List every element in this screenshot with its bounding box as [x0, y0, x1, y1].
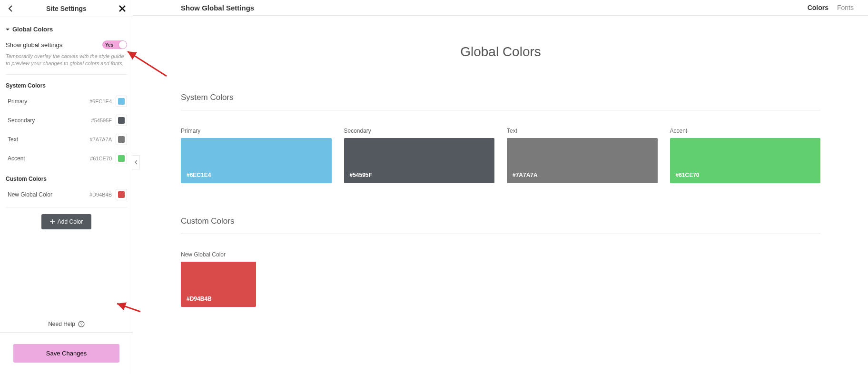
- page-title: Global Colors: [181, 44, 820, 59]
- add-color-label: Add Color: [58, 218, 83, 225]
- sidebar-header: Site Settings: [0, 0, 133, 17]
- color-row-primary: Primary #6EC1E4: [6, 92, 127, 111]
- card-label: Secondary: [344, 128, 495, 134]
- color-name: Secondary: [6, 117, 35, 124]
- need-help-label: Need Help: [48, 321, 75, 327]
- custom-colors-heading: Custom Colors: [6, 176, 127, 182]
- sidebar: Site Settings Global Colors Show global …: [0, 0, 133, 374]
- section-toggle-global-colors[interactable]: Global Colors: [6, 22, 127, 37]
- card-swatch: #54595F: [344, 138, 495, 183]
- color-hex-text: #D94B4B: [89, 192, 112, 197]
- card-label: New Global Color: [181, 251, 256, 258]
- card-label: Text: [507, 128, 658, 134]
- main: Show Global Settings Colors Fonts Global…: [133, 0, 868, 374]
- color-hex-text: #61CE70: [90, 156, 112, 161]
- color-swatch-text[interactable]: [116, 134, 127, 145]
- color-card-accent: Accent #61CE70: [670, 128, 821, 183]
- caret-down-icon: [6, 28, 10, 31]
- tab-colors[interactable]: Colors: [808, 4, 829, 11]
- card-label: Accent: [670, 128, 821, 134]
- canvas: Global Colors System Colors Primary #6EC…: [133, 16, 868, 307]
- color-hex-text: #54595F: [91, 118, 112, 123]
- card-hex: #54595F: [350, 172, 372, 178]
- color-swatch-new-global[interactable]: [116, 189, 127, 200]
- color-name: Text: [6, 136, 18, 143]
- color-name: Primary: [6, 98, 27, 105]
- tabs: Colors Fonts: [808, 4, 854, 11]
- card-hex: #6EC1E4: [187, 172, 211, 178]
- color-name: New Global Color: [6, 191, 52, 198]
- close-button[interactable]: [118, 4, 127, 13]
- helper-text: Temporarily overlay the canvas with the …: [6, 53, 127, 75]
- main-header: Show Global Settings Colors Fonts: [133, 0, 868, 16]
- section-title-text: Global Colors: [12, 26, 53, 33]
- canvas-custom-heading: Custom Colors: [181, 217, 820, 234]
- color-row-secondary: Secondary #54595F: [6, 111, 127, 130]
- save-button[interactable]: Save Changes: [13, 344, 119, 363]
- color-card-primary: Primary #6EC1E4: [181, 128, 332, 183]
- sidebar-title: Site Settings: [46, 5, 87, 12]
- close-icon: [119, 5, 126, 12]
- card-hex: #61CE70: [676, 172, 700, 178]
- color-card-text: Text #7A7A7A: [507, 128, 658, 183]
- tab-fonts[interactable]: Fonts: [837, 4, 854, 11]
- color-swatch-primary[interactable]: [116, 96, 127, 107]
- color-row-accent: Accent #61CE70: [6, 149, 127, 168]
- card-hex: #D94B4B: [187, 295, 212, 302]
- toggle-value-text: Yes: [105, 42, 113, 48]
- color-hex-text: #6EC1E4: [89, 98, 112, 104]
- global-colors-section: Global Colors Show global settings Yes T…: [0, 17, 133, 234]
- plus-icon: [50, 219, 55, 224]
- card-hex: #7A7A7A: [513, 172, 538, 178]
- toggle-knob: [119, 41, 127, 49]
- card-swatch: #6EC1E4: [181, 138, 332, 183]
- color-name: Accent: [6, 155, 25, 162]
- svg-text:?: ?: [80, 322, 82, 326]
- color-swatch-secondary[interactable]: [116, 115, 127, 126]
- system-color-cards: Primary #6EC1E4 Secondary #54595F Text #…: [181, 128, 820, 183]
- add-color-button[interactable]: Add Color: [41, 214, 91, 229]
- sidebar-footer: Save Changes: [0, 332, 133, 374]
- card-swatch: #7A7A7A: [507, 138, 658, 183]
- color-card-new-global: New Global Color #D94B4B: [181, 251, 256, 307]
- show-global-settings-row: Show global settings Yes: [6, 40, 127, 49]
- need-help-link[interactable]: Need Help ?: [0, 313, 133, 332]
- chevron-left-icon: [8, 5, 13, 12]
- color-row-text: Text #7A7A7A: [6, 130, 127, 149]
- divider: [6, 207, 127, 207]
- back-button[interactable]: [6, 4, 15, 13]
- color-hex-text: #7A7A7A: [90, 137, 112, 142]
- color-swatch-accent[interactable]: [116, 153, 127, 164]
- card-swatch: #61CE70: [670, 138, 821, 183]
- card-swatch: #D94B4B: [181, 262, 256, 307]
- card-label: Primary: [181, 128, 332, 134]
- help-icon: ?: [78, 321, 85, 327]
- custom-color-cards: New Global Color #D94B4B: [181, 251, 820, 307]
- show-global-settings-label: Show global settings: [6, 41, 62, 49]
- show-global-settings-toggle[interactable]: Yes: [102, 40, 127, 49]
- system-colors-heading: System Colors: [6, 82, 127, 89]
- canvas-system-heading: System Colors: [181, 93, 820, 110]
- color-row-new-global: New Global Color #D94B4B: [6, 185, 127, 204]
- color-card-secondary: Secondary #54595F: [344, 128, 495, 183]
- main-header-title: Show Global Settings: [181, 4, 254, 12]
